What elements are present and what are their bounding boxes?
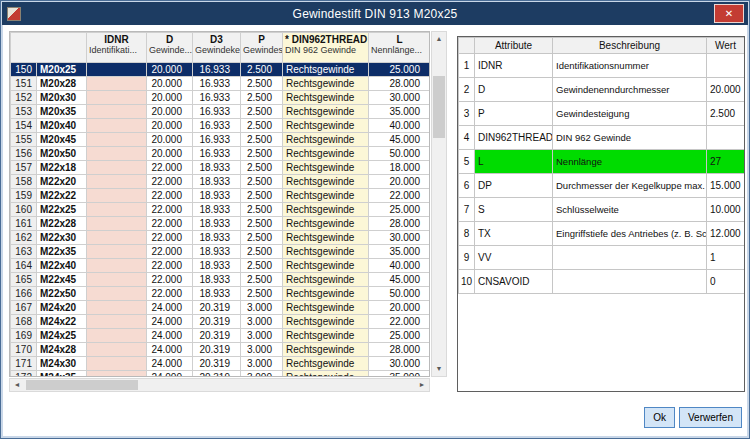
part-cell-l[interactable]: 25.000 (369, 329, 431, 343)
part-cell-p[interactable]: 2.500 (241, 133, 283, 147)
part-cell-d3[interactable]: 18.933 (193, 189, 241, 203)
part-cell-l[interactable]: 30.000 (369, 231, 431, 245)
part-row[interactable]: 156M20x5020.00016.9332.500Rechtsgewinde5… (11, 147, 431, 161)
part-cell-label[interactable]: M22x30 (37, 231, 87, 245)
part-cell-d[interactable]: 22.000 (147, 273, 193, 287)
part-cell-num[interactable]: 168 (11, 315, 37, 329)
part-cell-label[interactable]: M20x35 (37, 105, 87, 119)
part-row[interactable]: 158M22x2022.00018.9332.500Rechtsgewinde2… (11, 175, 431, 189)
part-cell-num[interactable]: 165 (11, 273, 37, 287)
part-cell-d3[interactable]: 18.933 (193, 245, 241, 259)
part-cell-d[interactable]: 22.000 (147, 231, 193, 245)
part-cell-idnr[interactable] (87, 245, 147, 259)
part-cell-num[interactable]: 169 (11, 329, 37, 343)
part-cell-num[interactable]: 155 (11, 133, 37, 147)
part-cell-d[interactable]: 20.000 (147, 119, 193, 133)
part-cell-idnr[interactable] (87, 329, 147, 343)
part-cell-d[interactable]: 24.000 (147, 357, 193, 371)
part-cell-label[interactable]: M20x25 (37, 63, 87, 77)
part-cell-label[interactable]: M22x18 (37, 161, 87, 175)
part-cell-l[interactable]: 28.000 (369, 343, 431, 357)
part-cell-d3[interactable]: 16.933 (193, 133, 241, 147)
scroll-down-arrow[interactable]: ▼ (432, 362, 446, 376)
part-cell-idnr[interactable] (87, 105, 147, 119)
part-cell-d3[interactable]: 18.933 (193, 175, 241, 189)
part-cell-thread[interactable]: Rechtsgewinde (283, 315, 369, 329)
part-cell-d3[interactable]: 18.933 (193, 203, 241, 217)
attribute-row[interactable]: 3PGewindesteigung2.500 (459, 102, 745, 126)
part-cell-idnr[interactable] (87, 91, 147, 105)
part-cell-l[interactable]: 25.000 (369, 63, 431, 77)
part-cell-l[interactable]: 40.000 (369, 259, 431, 273)
part-row[interactable]: 159M22x2222.00018.9332.500Rechtsgewinde2… (11, 189, 431, 203)
part-cell-p[interactable]: 3.000 (241, 315, 283, 329)
attr-cell-wert[interactable]: 10.000 (707, 198, 745, 222)
part-cell-idnr[interactable] (87, 119, 147, 133)
part-cell-num[interactable]: 156 (11, 147, 37, 161)
part-cell-thread[interactable]: Rechtsgewinde (283, 329, 369, 343)
part-cell-d[interactable]: 22.000 (147, 161, 193, 175)
part-cell-num[interactable]: 164 (11, 259, 37, 273)
part-cell-d3[interactable]: 18.933 (193, 287, 241, 301)
part-cell-thread[interactable]: Rechtsgewinde (283, 147, 369, 161)
part-cell-idnr[interactable] (87, 217, 147, 231)
part-row[interactable]: 152M20x3020.00016.9332.500Rechtsgewinde3… (11, 91, 431, 105)
part-cell-idnr[interactable] (87, 371, 147, 378)
part-cell-idnr[interactable] (87, 77, 147, 91)
part-cell-d3[interactable]: 18.933 (193, 273, 241, 287)
part-row[interactable]: 153M20x3520.00016.9332.500Rechtsgewinde3… (11, 105, 431, 119)
part-cell-thread[interactable]: Rechtsgewinde (283, 91, 369, 105)
part-cell-idnr[interactable] (87, 231, 147, 245)
part-cell-l[interactable]: 50.000 (369, 287, 431, 301)
part-cell-d3[interactable]: 18.933 (193, 231, 241, 245)
part-cell-l[interactable]: 35.000 (369, 105, 431, 119)
part-cell-num[interactable]: 151 (11, 77, 37, 91)
part-cell-p[interactable]: 2.500 (241, 119, 283, 133)
part-cell-p[interactable]: 2.500 (241, 231, 283, 245)
discard-button[interactable]: Verwerfen (679, 407, 742, 428)
scroll-right-arrow[interactable]: ► (415, 379, 429, 391)
attr-cell-wert[interactable]: 12.000 (707, 222, 745, 246)
part-row[interactable]: 171M24x3024.00020.3193.000Rechtsgewinde3… (11, 357, 431, 371)
part-cell-num[interactable]: 158 (11, 175, 37, 189)
part-row[interactable]: 163M22x3522.00018.9332.500Rechtsgewinde3… (11, 245, 431, 259)
part-cell-idnr[interactable] (87, 315, 147, 329)
vertical-scrollbar[interactable]: ▲ ▼ (431, 31, 447, 377)
part-cell-idnr[interactable] (87, 343, 147, 357)
part-cell-thread[interactable]: Rechtsgewinde (283, 161, 369, 175)
part-cell-l[interactable]: 20.000 (369, 175, 431, 189)
part-cell-p[interactable]: 2.500 (241, 63, 283, 77)
part-cell-p[interactable]: 2.500 (241, 161, 283, 175)
part-cell-d[interactable]: 22.000 (147, 217, 193, 231)
part-cell-num[interactable]: 163 (11, 245, 37, 259)
part-cell-num[interactable]: 159 (11, 189, 37, 203)
part-cell-d[interactable]: 24.000 (147, 371, 193, 378)
part-cell-d[interactable]: 24.000 (147, 315, 193, 329)
part-cell-d3[interactable]: 16.933 (193, 105, 241, 119)
part-cell-p[interactable]: 2.500 (241, 273, 283, 287)
part-cell-d3[interactable]: 16.933 (193, 147, 241, 161)
part-cell-idnr[interactable] (87, 203, 147, 217)
part-cell-d[interactable]: 22.000 (147, 245, 193, 259)
col-header-d[interactable]: D Gewinde... (147, 33, 193, 63)
part-cell-p[interactable]: 2.500 (241, 217, 283, 231)
part-cell-d3[interactable]: 18.933 (193, 161, 241, 175)
part-cell-p[interactable]: 2.500 (241, 203, 283, 217)
part-cell-thread[interactable]: Rechtsgewinde (283, 105, 369, 119)
part-cell-d3[interactable]: 20.319 (193, 315, 241, 329)
part-cell-d3[interactable]: 20.319 (193, 329, 241, 343)
part-cell-idnr[interactable] (87, 189, 147, 203)
part-cell-num[interactable]: 167 (11, 301, 37, 315)
part-cell-d3[interactable]: 18.933 (193, 259, 241, 273)
part-cell-num[interactable]: 171 (11, 357, 37, 371)
part-cell-d[interactable]: 22.000 (147, 259, 193, 273)
part-cell-d3[interactable]: 16.933 (193, 77, 241, 91)
part-row[interactable]: 172M24x3524.00020.3193.000Rechtsgewinde3… (11, 371, 431, 378)
part-row[interactable]: 150M20x2520.00016.9332.500Rechtsgewinde2… (11, 63, 431, 77)
attr-cell-wert[interactable] (707, 54, 745, 78)
part-cell-p[interactable]: 2.500 (241, 77, 283, 91)
attr-header-attribute[interactable]: Attribute (475, 38, 553, 54)
part-cell-d[interactable]: 20.000 (147, 63, 193, 77)
part-cell-d3[interactable]: 18.933 (193, 217, 241, 231)
part-cell-label[interactable]: M20x28 (37, 77, 87, 91)
